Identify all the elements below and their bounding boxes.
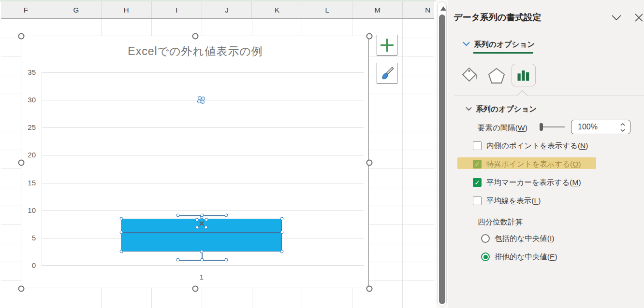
column-header-L[interactable]: L <box>302 1 352 18</box>
chart-elements-button[interactable] <box>377 35 397 56</box>
plus-icon <box>381 39 394 52</box>
checkbox-label: 平均マーカーを表示する(M) <box>486 178 581 188</box>
point-selection-handle <box>280 217 284 221</box>
vertical-scrollbar[interactable] <box>436 0 448 308</box>
checkbox-label: 内側のポイントを表示する(N) <box>486 141 588 151</box>
checkbox-label: 特異ポイントを表示する(O) <box>486 159 581 169</box>
spinner-arrows-icon[interactable] <box>619 122 626 133</box>
tab-divider <box>454 96 644 96</box>
series-options-section-label[interactable]: 系列のオプション <box>476 104 537 114</box>
radio-label: 排他的な中央値(E) <box>495 252 557 262</box>
point-selection-handle <box>200 250 204 253</box>
y-axis-tick-label: 0 <box>21 261 36 269</box>
radio-button[interactable] <box>481 252 490 261</box>
chevron-down-icon[interactable] <box>611 14 622 21</box>
slider-track[interactable] <box>542 126 565 127</box>
slider-thumb[interactable] <box>540 123 543 131</box>
checkbox[interactable] <box>473 196 482 205</box>
point-selection-handle <box>201 258 204 262</box>
y-axis-tick-label: 25 <box>21 123 36 131</box>
column-header-J[interactable]: J <box>202 1 252 18</box>
radio-label: 包括的な中央値(I) <box>495 234 555 244</box>
column-header-M[interactable]: M <box>352 1 403 18</box>
point-selection-handle <box>176 214 180 217</box>
gridline <box>42 266 364 266</box>
radio-row-I[interactable]: 包括的な中央値(I) <box>481 233 555 244</box>
checkbox-label: 平均線を表示(L) <box>486 196 541 206</box>
mean-handle <box>195 218 199 222</box>
median-line[interactable] <box>121 232 282 233</box>
radio-row-E[interactable]: 排他的な中央値(E) <box>481 252 557 262</box>
close-icon[interactable] <box>634 13 644 22</box>
mean-handle <box>205 226 208 229</box>
gap-width-value[interactable]: 100% <box>578 123 598 131</box>
fill-line-icon[interactable] <box>461 66 481 85</box>
checkbox[interactable]: ✓ <box>473 160 482 168</box>
y-axis-tick-label: 35 <box>21 68 36 76</box>
chart-resize-handle[interactable] <box>192 33 199 40</box>
point-selection-handle <box>225 258 228 262</box>
quartile-calculation-label: 四分位数計算 <box>478 217 523 227</box>
point-selection-handle <box>280 231 284 234</box>
box-whisker-chart[interactable]: Excelでの外れ値表示の例 35302520151050 1 <box>21 36 369 288</box>
column-headers: FGHIJKLMN <box>1 1 434 19</box>
mean-handle <box>196 226 199 229</box>
chart-resize-handle[interactable] <box>18 286 25 292</box>
tab-underline <box>473 52 533 54</box>
gap-width-spinner[interactable]: 100% <box>571 120 630 134</box>
point-selection-handle <box>225 214 228 217</box>
chart-resize-handle[interactable] <box>18 160 25 166</box>
scrollbar-thumb[interactable] <box>439 14 445 304</box>
chart-resize-handle[interactable] <box>366 160 373 166</box>
checkbox[interactable]: ✓ <box>473 178 482 187</box>
chart-resize-handle[interactable] <box>366 286 373 292</box>
chart-resize-handle[interactable] <box>366 33 373 40</box>
checkbox-row-M[interactable]: ✓平均マーカーを表示する(M) <box>473 177 581 188</box>
y-axis-tick-label: 5 <box>21 234 36 242</box>
column-header-N[interactable]: N <box>403 1 434 18</box>
gridline <box>42 72 364 73</box>
gridline <box>42 155 364 155</box>
tab-group-label[interactable]: 系列のオプション <box>474 40 535 50</box>
paintbrush-icon <box>380 66 395 81</box>
checkbox-row-L[interactable]: 平均線を表示(L) <box>473 196 541 206</box>
column-header-G[interactable]: G <box>51 1 102 18</box>
chart-styles-button[interactable] <box>377 63 397 84</box>
chart-resize-handle[interactable] <box>192 286 199 292</box>
y-axis-tick-label: 20 <box>21 151 36 159</box>
checkbox-row-N[interactable]: 内側のポイントを表示する(N) <box>473 140 588 151</box>
scroll-up-arrow-icon[interactable] <box>440 6 446 11</box>
y-axis-tick-label: 30 <box>21 96 36 104</box>
radio-button[interactable] <box>481 234 490 243</box>
column-header-H[interactable]: H <box>102 1 152 18</box>
checkbox[interactable] <box>473 141 482 150</box>
x-axis-tick-label: 1 <box>187 273 216 281</box>
collapse-chevron-icon[interactable] <box>463 42 470 46</box>
point-selection-handle <box>176 258 180 262</box>
point-selection-handle <box>201 214 204 217</box>
gap-width-slider[interactable] <box>540 123 566 131</box>
chart-title[interactable]: Excelでの外れ値表示の例 <box>21 44 369 59</box>
excel-window: FGHIJKLMN Excelでの外れ値表示の例 35302520151050 … <box>0 0 644 308</box>
gap-width-label: 要素の間隔(W) <box>478 123 527 133</box>
point-selection-handle <box>120 217 123 221</box>
gridline <box>42 127 364 128</box>
gridline <box>42 210 364 211</box>
point-selection-handle <box>280 250 284 253</box>
y-axis-tick-label: 10 <box>21 206 36 214</box>
column-header-I[interactable]: I <box>152 1 202 18</box>
chart-resize-handle[interactable] <box>18 33 25 40</box>
column-header-F[interactable]: F <box>1 1 51 18</box>
format-data-series-pane: データ系列の書式設定 系列のオプション <box>448 0 644 308</box>
section-chevron-icon[interactable] <box>466 107 472 111</box>
plot-left-edge <box>42 72 42 266</box>
point-selection-handle <box>120 250 123 253</box>
scrollbar-track[interactable] <box>437 1 447 307</box>
checkbox-row-O[interactable]: ✓特異ポイントを表示する(O) <box>473 159 581 169</box>
point-selection-handle <box>120 231 123 234</box>
column-header-K[interactable]: K <box>252 1 302 18</box>
mean-handle <box>205 218 208 222</box>
series-options-icon[interactable] <box>516 68 531 83</box>
pane-title: データ系列の書式設定 <box>454 12 541 23</box>
effects-icon[interactable] <box>487 67 506 84</box>
